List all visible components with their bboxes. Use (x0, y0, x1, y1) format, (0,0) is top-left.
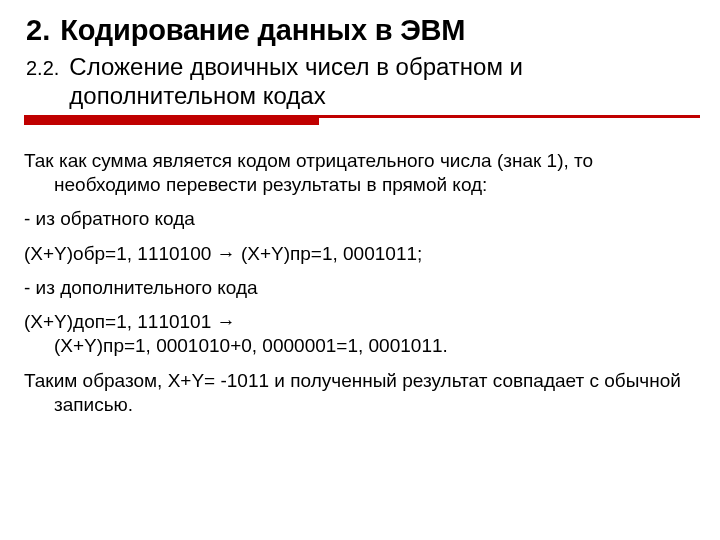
arrow-icon: → (217, 311, 236, 332)
paragraph-from-complement: - из дополнительного кода (24, 276, 700, 300)
subsection-number: 2.2. (26, 57, 59, 80)
formula-inverse-right: (Х+Y)пр=1, 0001011; (241, 243, 422, 264)
formula-inverse-left: (Х+Y)обр=1, 1110100 (24, 243, 211, 264)
formula-complement-rest: (X+Y)пр=1, 0001010+0, 0000001=1, 0001011… (24, 334, 448, 358)
paragraph-intro: Так как сумма является кодом отрицательн… (24, 149, 700, 198)
formula-complement-left: (Х+Y)доп=1, 1110101 (24, 311, 211, 332)
paragraph-conclusion: Таким образом, X+Y= -1011 и полученный р… (24, 369, 700, 418)
subtitle-row: 2.2. Сложение двоичных чисел в обратном … (24, 53, 700, 111)
arrow-icon: → (217, 243, 236, 264)
section-title: Кодирование данных в ЭВМ (60, 14, 465, 47)
section-number: 2. (26, 14, 50, 47)
accent-rule-thick (24, 115, 319, 125)
formula-complement: (Х+Y)доп=1, 1110101 → (X+Y)пр=1, 0001010… (24, 310, 700, 359)
formula-inverse: (Х+Y)обр=1, 1110100 → (Х+Y)пр=1, 0001011… (24, 242, 700, 266)
accent-rule-thin (319, 115, 700, 118)
paragraph-from-inverse: - из обратного кода (24, 207, 700, 231)
subsection-title: Сложение двоичных чисел в обратном и доп… (69, 53, 700, 111)
accent-rule (24, 115, 700, 139)
slide-body: Так как сумма является кодом отрицательн… (24, 149, 700, 418)
title-row: 2. Кодирование данных в ЭВМ (24, 14, 700, 47)
